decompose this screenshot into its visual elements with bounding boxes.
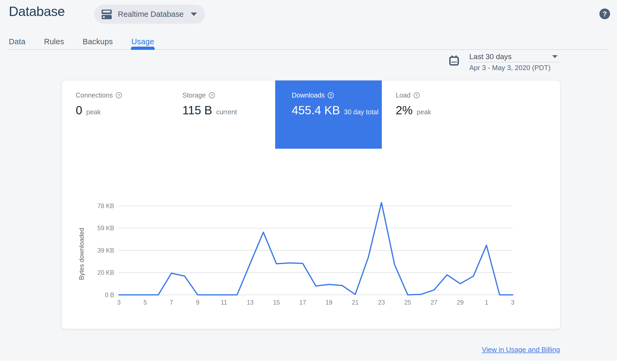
svg-text:19: 19 xyxy=(326,299,332,306)
help-circle-icon[interactable] xyxy=(328,92,334,98)
svg-text:9: 9 xyxy=(196,299,199,306)
svg-text:59 KB: 59 KB xyxy=(97,225,114,232)
metric-value: 0 xyxy=(76,104,82,117)
date-range-preset: Last 30 days xyxy=(469,52,512,61)
svg-text:11: 11 xyxy=(221,299,227,306)
svg-text:25: 25 xyxy=(404,299,411,306)
tab-rules[interactable]: Rules xyxy=(44,35,64,49)
svg-text:3: 3 xyxy=(117,299,121,306)
metric-tile-storage[interactable]: Storage 115 B current xyxy=(169,80,275,149)
svg-text:78 KB: 78 KB xyxy=(97,203,114,209)
date-range-divider xyxy=(469,62,561,62)
bottom-strip xyxy=(0,360,617,364)
svg-text:17: 17 xyxy=(299,299,306,306)
metric-label: Downloads xyxy=(292,91,325,99)
svg-text:1: 1 xyxy=(485,299,488,306)
metric-label: Storage xyxy=(182,91,206,99)
svg-text:0 B: 0 B xyxy=(105,292,114,298)
metric-unit: peak xyxy=(417,108,431,116)
svg-text:7: 7 xyxy=(170,299,173,306)
calendar-icon xyxy=(449,55,459,66)
metric-label: Load xyxy=(396,91,411,99)
view-usage-billing-link[interactable]: View in Usage and Billing xyxy=(482,346,560,354)
help-circle-icon[interactable] xyxy=(414,92,420,98)
metric-unit: current xyxy=(216,108,237,116)
help-icon[interactable]: ? xyxy=(599,9,610,19)
tab-rules-label: Rules xyxy=(44,37,64,46)
database-icon xyxy=(102,9,112,19)
metric-tile-downloads[interactable]: Downloads 455.4 KB 30 day total xyxy=(275,80,382,149)
metric-tile-connections[interactable]: Connections 0 peak xyxy=(62,80,169,149)
tab-bar: Data Rules Backups Usage xyxy=(8,35,609,50)
tab-backups-label: Backups xyxy=(83,37,113,46)
tab-data[interactable]: Data xyxy=(9,35,25,49)
help-circle-icon[interactable] xyxy=(116,92,122,98)
tab-backups[interactable]: Backups xyxy=(83,35,113,49)
tab-usage[interactable]: Usage xyxy=(131,35,154,49)
svg-text:23: 23 xyxy=(378,299,385,306)
metric-label: Connections xyxy=(76,91,113,99)
svg-text:5: 5 xyxy=(143,299,147,306)
svg-text:27: 27 xyxy=(431,299,438,306)
chevron-down-icon xyxy=(191,13,197,16)
metric-value: 455.4 KB xyxy=(292,104,340,117)
metric-tiles: Connections 0 peak Storage 115 B current… xyxy=(62,80,488,149)
database-type-selector[interactable]: Realtime Database xyxy=(94,5,205,24)
active-tab-indicator xyxy=(131,47,155,50)
metric-unit: 30 day total xyxy=(344,108,378,116)
svg-text:21: 21 xyxy=(352,299,359,306)
metric-unit: peak xyxy=(86,108,101,116)
svg-text:Bytes downloaded: Bytes downloaded xyxy=(78,228,85,280)
metric-value: 2% xyxy=(396,104,413,117)
help-circle-icon[interactable] xyxy=(209,92,215,98)
chevron-down-icon xyxy=(552,55,558,58)
svg-text:20 KB: 20 KB xyxy=(97,269,114,276)
metric-value: 115 B xyxy=(182,104,212,117)
svg-text:13: 13 xyxy=(247,299,254,306)
database-selector-label: Realtime Database xyxy=(118,10,184,19)
tab-usage-label: Usage xyxy=(131,37,154,46)
svg-text:39 KB: 39 KB xyxy=(97,247,114,254)
svg-text:3: 3 xyxy=(511,299,515,306)
svg-text:15: 15 xyxy=(273,299,280,306)
page-title: Database xyxy=(9,4,65,19)
date-range-detail: Apr 3 - May 3, 2020 (PDT) xyxy=(469,64,551,72)
svg-text:29: 29 xyxy=(457,299,464,306)
usage-card: 0 B20 KB39 KB59 KB78 KB35791113151719212… xyxy=(62,80,560,329)
tab-data-label: Data xyxy=(9,37,25,46)
metric-tile-load[interactable]: Load 2% peak xyxy=(382,80,488,149)
